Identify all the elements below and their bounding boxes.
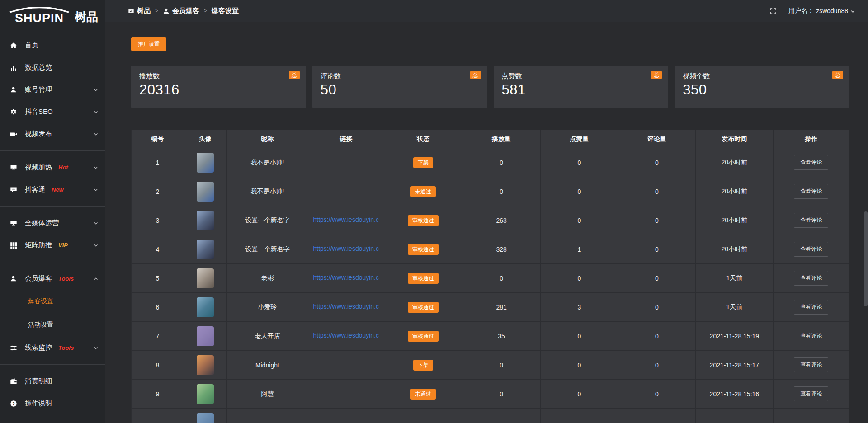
view-comments-button[interactable]: 查看评论	[794, 184, 828, 199]
view-comments-button[interactable]: 查看评论	[794, 213, 828, 228]
table-cell: 0	[462, 177, 541, 206]
stat-card: 评论数50总	[312, 66, 487, 108]
table-cell	[696, 409, 774, 423]
stat-card: 点赞数581总	[494, 66, 669, 108]
video-link[interactable]: https://www.iesdouyin.c	[313, 274, 379, 281]
member-icon	[10, 275, 18, 282]
sidebar-item[interactable]: 视频发布	[0, 123, 105, 145]
fullscreen-icon[interactable]	[770, 8, 777, 14]
total-badge: 总	[651, 71, 662, 79]
status-badge[interactable]: 审核通过	[408, 215, 439, 226]
status-badge[interactable]: 审核通过	[408, 273, 439, 284]
sidebar-item[interactable]: 抖客通New	[0, 179, 105, 201]
table-cell: 查看评论	[773, 264, 849, 293]
user-menu[interactable]: 用户名：zswodun88	[788, 7, 855, 15]
table-cell: 审核通过	[384, 264, 462, 293]
status-badge[interactable]: 审核通过	[408, 302, 439, 313]
sidebar-subitem-label: 爆客设置	[28, 297, 53, 306]
sidebar-item[interactable]: 数据总览	[0, 56, 105, 79]
video-link[interactable]: https://www.iesdouyin.c	[313, 216, 379, 223]
gear-icon	[10, 108, 18, 116]
table-row: 9阿慧未通过0002021-11-28 15:16查看评论	[132, 380, 849, 409]
username: zswodun88	[816, 7, 848, 14]
table-cell: 3	[541, 293, 618, 322]
view-comments-button[interactable]: 查看评论	[794, 155, 828, 170]
table-cell: 查看评论	[773, 351, 849, 380]
breadcrumb-item[interactable]: 会员爆客	[163, 7, 199, 15]
sidebar-item[interactable]: 视频加热Hot	[0, 156, 105, 179]
sidebar-subitem[interactable]: 活动设置	[0, 313, 105, 337]
table-cell: 0	[462, 264, 541, 293]
scrollbar-thumb[interactable]	[864, 212, 868, 306]
video-link[interactable]: https://www.iesdouyin.c	[313, 303, 379, 310]
status-badge[interactable]: 下架	[413, 157, 433, 168]
view-comments-button[interactable]: 查看评论	[794, 271, 828, 286]
table-cell: 281	[462, 293, 541, 322]
stat-card: 视频个数350总	[675, 66, 849, 108]
scrollbar[interactable]	[864, 22, 868, 423]
table-cell: Midnight	[227, 351, 308, 380]
table-cell: 下架	[384, 148, 462, 177]
view-comments-button[interactable]: 查看评论	[794, 242, 828, 257]
status-badge[interactable]: 未通过	[410, 389, 436, 400]
column-header: 昵称	[227, 130, 308, 148]
sidebar-menu: 首页数据总览账号管理抖音SEO视频发布视频加热Hot抖客通New全媒体运营矩阵助…	[0, 29, 105, 414]
comment-count: 0	[655, 333, 659, 340]
total-badge: 总	[289, 71, 300, 79]
table-cell: 2021-11-28 15:17	[696, 351, 774, 380]
sidebar-item-label: 消费明细	[25, 377, 52, 385]
avatar	[197, 384, 214, 404]
sidebar-item[interactable]: 会员爆客Tools	[0, 268, 105, 290]
table-cell: https://www.iesdouyin.c	[308, 235, 384, 264]
chat-icon	[10, 186, 18, 193]
table-cell	[184, 351, 226, 380]
table-cell: https://www.iesdouyin.c	[308, 322, 384, 351]
sidebar-item[interactable]: 首页	[0, 34, 105, 56]
table-cell	[184, 206, 226, 235]
play-count: 0	[500, 362, 503, 369]
breadcrumb-item[interactable]: 爆客设置	[212, 7, 239, 15]
sidebar-item[interactable]: 全媒体运营	[0, 212, 105, 234]
status-badge[interactable]: 审核通过	[408, 244, 439, 255]
stat-label: 评论数	[321, 72, 479, 80]
stat-value: 50	[321, 82, 479, 98]
sidebar-divider	[0, 206, 105, 207]
like-count: 0	[577, 188, 581, 195]
play-count: 281	[496, 304, 506, 311]
table-cell: 0	[462, 380, 541, 409]
table-cell: 20小时前	[696, 235, 774, 264]
view-comments-button[interactable]: 查看评论	[794, 329, 828, 343]
publish-time: 20小时前	[722, 188, 748, 195]
view-comments-button[interactable]: 查看评论	[794, 300, 828, 315]
play-count: 0	[500, 159, 503, 166]
table-cell: https://www.iesdouyin.c	[308, 293, 384, 322]
status-badge[interactable]: 未通过	[410, 186, 436, 197]
sidebar-item[interactable]: 消费明细	[0, 370, 105, 392]
promo-settings-button[interactable]: 推广设置	[131, 37, 166, 51]
avatar	[197, 413, 214, 423]
sidebar-item[interactable]: 矩阵助推VIP	[0, 234, 105, 256]
sidebar-item[interactable]: ?操作说明	[0, 392, 105, 414]
status-badge[interactable]: 审核通过	[408, 331, 439, 342]
video-link[interactable]: https://www.iesdouyin.c	[313, 332, 379, 339]
sidebar-item[interactable]: 账号管理	[0, 79, 105, 101]
table-cell: 未通过	[384, 177, 462, 206]
sidebar-item[interactable]: 抖音SEO	[0, 101, 105, 123]
table-cell: https://www.iesdouyin.c	[308, 264, 384, 293]
breadcrumb-item[interactable]: 树品	[128, 7, 151, 15]
user-icon	[10, 86, 18, 93]
view-comments-button[interactable]: 查看评论	[794, 386, 828, 401]
sidebar-subitem[interactable]: 爆客设置	[0, 290, 105, 313]
table-cell: 0	[618, 177, 696, 206]
sidebar-item[interactable]: 线索监控Tools	[0, 337, 105, 359]
table-header-row: 编号头像昵称链接状态播放量点赞量评论量发布时间操作	[132, 130, 849, 148]
table-cell: https://www.iesdouyin.c	[308, 206, 384, 235]
table-cell: 0	[541, 148, 618, 177]
status-badge[interactable]: 下架	[413, 360, 433, 371]
video-link[interactable]: https://www.iesdouyin.c	[313, 245, 379, 252]
table-cell	[308, 380, 384, 409]
table-cell: 查看评论	[773, 148, 849, 177]
avatar	[197, 297, 214, 317]
comment-count: 0	[655, 362, 659, 369]
view-comments-button[interactable]: 查看评论	[794, 357, 828, 372]
